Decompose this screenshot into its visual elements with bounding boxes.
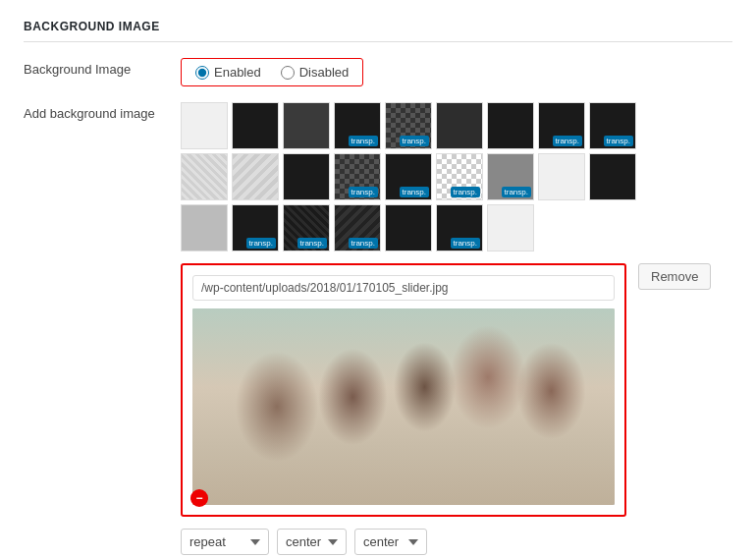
thumb-8[interactable]: transp.	[538, 102, 585, 149]
transp-badge-9: transp.	[604, 136, 633, 146]
disabled-label[interactable]: Disabled	[299, 65, 350, 80]
transp-badge-16: transp.	[502, 187, 531, 197]
thumb-12[interactable]	[283, 153, 330, 200]
thumb-25[interactable]	[487, 204, 534, 251]
enabled-radio[interactable]	[195, 66, 209, 80]
transp-badge-4: transp.	[349, 136, 378, 146]
svg-point-9	[362, 363, 405, 411]
thumb-5[interactable]: transp.	[385, 102, 432, 149]
enabled-option[interactable]: Enabled	[195, 65, 261, 80]
svg-rect-2	[482, 318, 541, 397]
svg-rect-8	[305, 387, 335, 451]
svg-rect-3	[551, 318, 605, 397]
transp-badge-5: transp.	[400, 136, 429, 146]
svg-rect-18	[333, 464, 396, 495]
transp-badge-13: transp.	[349, 187, 378, 197]
delete-image-button[interactable]: −	[190, 489, 208, 507]
transp-badge-8: transp.	[553, 136, 582, 146]
radio-group-wrapper: Enabled Disabled	[181, 58, 732, 86]
image-url-input[interactable]	[192, 275, 615, 301]
thumb-18[interactable]	[589, 153, 636, 200]
thumb-10[interactable]	[181, 153, 228, 200]
meeting-svg	[192, 308, 615, 505]
thumb-23[interactable]	[385, 204, 432, 251]
thumb-24[interactable]: transp.	[436, 204, 483, 251]
thumb-11[interactable]	[232, 153, 279, 200]
position-x-dropdown[interactable]: center left right	[277, 529, 347, 555]
svg-rect-14	[521, 383, 551, 447]
background-image-row: Background Image Enabled Disabled	[24, 58, 732, 86]
svg-rect-10	[359, 405, 408, 483]
section-title: BACKGROUND IMAGE	[24, 20, 732, 42]
image-options-dropdowns: repeat no-repeat repeat-x repeat-y cente…	[181, 529, 672, 555]
disabled-radio[interactable]	[281, 66, 295, 80]
selected-image-row: − Remove	[181, 263, 732, 529]
disabled-option[interactable]: Disabled	[281, 65, 350, 80]
thumb-20[interactable]: transp.	[232, 204, 279, 251]
transp-badge-21: transp.	[297, 238, 327, 249]
thumb-15[interactable]: transp.	[436, 153, 483, 200]
transp-badge-24: transp.	[451, 238, 480, 249]
transp-badge-15: transp.	[451, 187, 480, 197]
transp-badge-14: transp.	[400, 187, 429, 197]
svg-point-15	[548, 377, 603, 436]
image-preview-container	[192, 308, 615, 505]
position-y-dropdown[interactable]: center top bottom	[354, 529, 427, 555]
remove-button-wrapper: Remove	[638, 263, 711, 290]
thumb-17[interactable]	[538, 153, 585, 200]
svg-point-7	[304, 355, 336, 390]
svg-rect-1	[467, 308, 615, 436]
svg-rect-12	[453, 380, 482, 439]
thumb-2[interactable]	[232, 102, 279, 149]
background-image-label: Background Image	[24, 58, 181, 77]
thumb-13[interactable]: transp.	[334, 153, 381, 200]
transp-badge-20: transp.	[246, 238, 276, 249]
enabled-label[interactable]: Enabled	[214, 65, 261, 80]
remove-button[interactable]: Remove	[638, 263, 711, 290]
thumb-19[interactable]	[181, 204, 228, 251]
svg-rect-0	[192, 308, 615, 505]
selected-image-area: −	[181, 263, 626, 517]
svg-point-4	[207, 451, 600, 505]
image-picker-content: transp. transp. transp. transp. transp. …	[181, 102, 732, 555]
add-background-label: Add background image	[24, 102, 181, 121]
svg-point-11	[452, 348, 483, 383]
svg-point-5	[239, 358, 274, 397]
thumb-7[interactable]	[487, 102, 534, 149]
meeting-preview-image	[192, 308, 615, 505]
thumb-16[interactable]: transp.	[487, 153, 534, 200]
transp-badge-22: transp.	[349, 238, 378, 249]
thumb-6[interactable]	[436, 102, 483, 149]
enable-disable-radio-group: Enabled Disabled	[181, 58, 363, 86]
thumb-3[interactable]	[283, 102, 330, 149]
add-background-row: Add background image transp. transp. tra…	[24, 102, 732, 555]
svg-rect-6	[239, 392, 274, 461]
thumb-22[interactable]: transp.	[334, 204, 381, 251]
image-thumbnail-grid: transp. transp. transp. transp. transp. …	[181, 102, 672, 251]
svg-point-13	[520, 352, 552, 387]
thumb-14[interactable]: transp.	[385, 153, 432, 200]
svg-rect-16	[548, 431, 603, 505]
svg-rect-17	[330, 461, 399, 500]
thumb-1[interactable]	[181, 102, 228, 149]
page-wrapper: BACKGROUND IMAGE Background Image Enable…	[0, 0, 756, 558]
thumb-21[interactable]: transp.	[283, 204, 330, 251]
repeat-dropdown[interactable]: repeat no-repeat repeat-x repeat-y	[181, 529, 269, 555]
thumb-9[interactable]: transp.	[589, 102, 636, 149]
thumb-4[interactable]: transp.	[334, 102, 381, 149]
